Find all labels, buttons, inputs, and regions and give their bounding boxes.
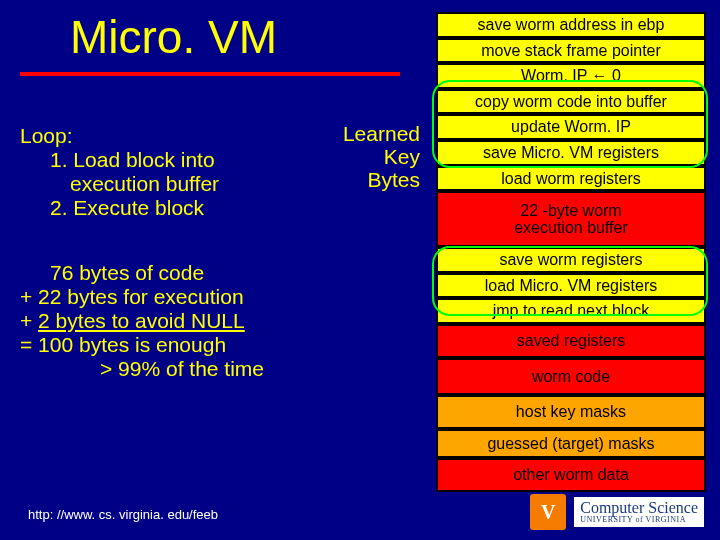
box-worm-code: worm code: [436, 358, 706, 396]
logo-v-letter: V: [541, 501, 555, 524]
calc-l2: + 22 bytes for execution: [20, 285, 420, 309]
logo-shield-icon: V: [530, 494, 566, 530]
box-text: load worm registers: [501, 170, 641, 187]
calc-l1: 76 bytes of code: [50, 261, 420, 285]
box-load-microvm-regs: load Micro. VM registers: [436, 273, 706, 299]
slide: Micro. VM Learned Key Bytes Loop: 1. Loa…: [0, 0, 720, 540]
box-text: guessed (target) masks: [487, 435, 654, 452]
box-update-wormip: update Worm. IP: [436, 114, 706, 140]
calc-l5: > 99% of the time: [100, 357, 420, 381]
logo: V Computer Science UNIVERSITY of VIRGINI…: [530, 494, 704, 530]
box-text: save Micro. VM registers: [483, 144, 659, 161]
box-host-key-masks: host key masks: [436, 395, 706, 429]
box-text: update Worm. IP: [511, 118, 631, 135]
box-save-microvm-regs: save Micro. VM registers: [436, 140, 706, 166]
learned-key-bytes-label: Learned Key Bytes: [340, 122, 420, 191]
box-text: save worm address in ebp: [478, 16, 665, 33]
box-text: copy worm code into buffer: [475, 93, 667, 110]
calc-l4: = 100 bytes is enough: [20, 333, 420, 357]
left-column: Micro. VM Learned Key Bytes Loop: 1. Loa…: [20, 10, 420, 381]
box-text: save worm registers: [499, 251, 642, 268]
loop-step2: 2. Execute block: [50, 196, 420, 220]
logo-cs: Computer Science: [580, 500, 698, 516]
box-text: saved registers: [517, 332, 626, 349]
logo-uni: UNIVERSITY of VIRGINIA: [580, 516, 698, 524]
calc-l3: + 2 bytes to avoid NULL: [20, 309, 420, 333]
box-exec-buffer: 22 -byte worm execution buffer: [436, 191, 706, 247]
box-move-sfp: move stack frame pointer: [436, 38, 706, 64]
title-underline: [20, 72, 400, 76]
box-save-worm-regs: save worm registers: [436, 247, 706, 273]
learned-line3: Bytes: [340, 168, 420, 191]
box-text: Worm. IP ← 0: [521, 67, 621, 84]
box-text: other worm data: [513, 466, 629, 483]
calc-block: 76 bytes of code + 22 bytes for executio…: [20, 261, 420, 382]
box-save-worm-addr: save worm address in ebp: [436, 12, 706, 38]
learned-line2: Key: [340, 145, 420, 168]
calc-l3-prefix: +: [20, 309, 38, 332]
right-column: save worm address in ebp move stack fram…: [436, 12, 706, 492]
box-text: host key masks: [516, 403, 626, 420]
box-jmp-next: jmp to read next block: [436, 298, 706, 324]
footer-url: http: //www. cs. virginia. edu/feeb: [28, 507, 218, 522]
box-text: jmp to read next block: [493, 302, 650, 319]
box-saved-registers: saved registers: [436, 324, 706, 358]
box-wormip-zero: Worm. IP ← 0: [436, 63, 706, 89]
box-load-worm-regs: load worm registers: [436, 166, 706, 192]
calc-l3-underlined: 2 bytes to avoid NULL: [38, 309, 245, 332]
box-text: worm code: [532, 368, 610, 385]
slide-title: Micro. VM: [70, 10, 420, 64]
learned-line1: Learned: [340, 122, 420, 145]
buffer-line1: 22 -byte worm: [514, 202, 628, 220]
box-other-worm-data: other worm data: [436, 458, 706, 492]
box-copy-worm-code: copy worm code into buffer: [436, 89, 706, 115]
buffer-line2: execution buffer: [514, 219, 628, 237]
box-guessed-masks: guessed (target) masks: [436, 429, 706, 459]
logo-text: Computer Science UNIVERSITY of VIRGINIA: [574, 497, 704, 527]
box-text: load Micro. VM registers: [485, 277, 658, 294]
box-text: move stack frame pointer: [481, 42, 661, 59]
